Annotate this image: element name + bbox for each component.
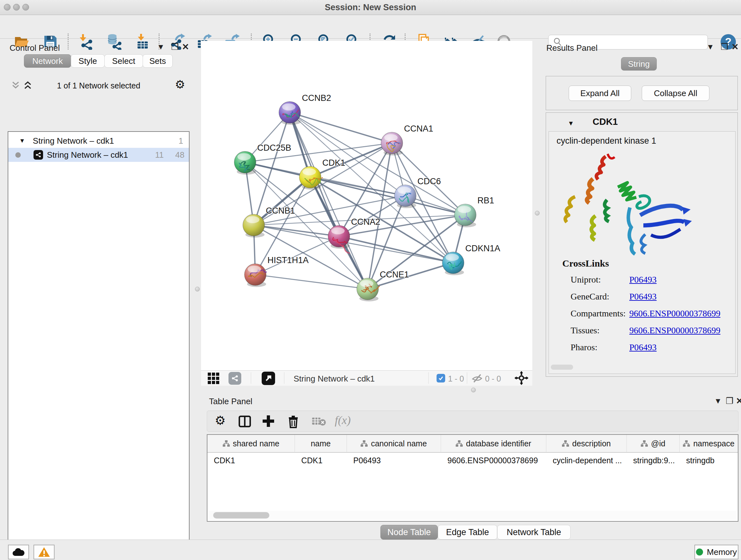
crosslink-tissues-link[interactable]: 9606.ENSP00000378699 (629, 325, 720, 335)
tab-edge-table[interactable]: Edge Table (438, 525, 497, 540)
network-edge[interactable] (254, 177, 310, 225)
network-row-selected[interactable]: String Network – cdk1 11 48 (8, 148, 189, 162)
column-header[interactable]: shared name (207, 435, 295, 453)
column-header[interactable]: database identifier (441, 435, 546, 453)
table-panel-menu-arrow[interactable]: ▼ (714, 396, 722, 406)
network-node-label: CDC25B (257, 143, 291, 152)
network-node-CCNB2[interactable]: CCNB2 (279, 93, 331, 125)
right-splitter-handle[interactable] (535, 211, 540, 215)
table-hscrollbar-thumb[interactable] (213, 512, 269, 518)
crosslink-genecard-link[interactable]: P06493 (629, 292, 657, 302)
selected-counts: 1 - 0 (448, 374, 464, 383)
tab-string[interactable]: String (621, 57, 657, 71)
delete-column-trash-icon[interactable] (287, 414, 300, 428)
footer-separator (251, 372, 251, 384)
column-header[interactable]: namespace (680, 435, 738, 453)
table-cell[interactable]: cyclin-dependent ... (546, 453, 627, 468)
table-toolbar: ⚙ f(x) (207, 411, 738, 432)
table-settings-gear-icon[interactable]: ⚙ (215, 414, 226, 428)
table-panel-float-button[interactable]: ❐ (726, 396, 733, 406)
add-column-icon[interactable] (262, 415, 275, 428)
bottom-splitter-handle[interactable] (471, 388, 476, 392)
control-panel-float-button[interactable]: ❐ (171, 42, 179, 52)
table-cell[interactable]: CDK1 (207, 453, 295, 468)
column-type-icon (456, 440, 463, 447)
cdk1-section: ▼ CDK1 cyclin-dependent kinase 1 (546, 112, 738, 377)
grid-view-icon[interactable] (207, 372, 219, 384)
tab-select[interactable]: Select (105, 54, 143, 68)
control-panel-menu-arrow[interactable]: ▼ (157, 43, 165, 51)
network-node-HIST1H1A[interactable]: HIST1H1A (245, 255, 309, 287)
column-header[interactable]: canonical name (347, 435, 441, 453)
network-selection-status: 1 of 1 Network selected (8, 81, 190, 90)
table-cell[interactable]: P06493 (347, 453, 441, 468)
show-columns-icon[interactable] (239, 415, 251, 428)
results-panel-close-button[interactable]: ✕ (731, 42, 739, 52)
tab-network-table[interactable]: Network Table (497, 525, 570, 540)
network-share-view-icon[interactable] (228, 372, 241, 385)
network-node-CDKN1A[interactable]: CDKN1A (442, 244, 500, 275)
network-graph[interactable]: CCNB2CCNA1CDC25BCDK1CDC6RB1CCNB1CCNA2CDK… (203, 42, 532, 370)
memory-label: Memory (707, 547, 737, 557)
network-edge[interactable] (290, 112, 392, 143)
memory-button[interactable]: Memory (694, 545, 738, 559)
network-node-CCNE1[interactable]: CCNE1 (357, 270, 409, 301)
title-bar: Session: New Session (0, 0, 741, 15)
footer-separator (467, 372, 467, 384)
collection-collapse-arrow[interactable]: ▼ (19, 137, 25, 144)
collapse-all-button[interactable]: Collapse All (642, 85, 710, 101)
selected-checkbox-icon[interactable] (436, 374, 445, 382)
table-cell[interactable]: CDK1 (295, 453, 347, 468)
column-type-icon (360, 440, 367, 447)
control-panel-close-button[interactable]: ✕ (182, 42, 189, 52)
results-panel-float-button[interactable]: ❐ (721, 42, 728, 52)
column-header[interactable]: name (295, 435, 347, 453)
results-panel-menu-arrow[interactable]: ▼ (706, 43, 714, 51)
network-collection-row[interactable]: ▼ String Network – cdk1 1 (8, 134, 189, 148)
network-node-label: CDKN1A (465, 244, 500, 253)
table-panel-close-button[interactable]: ✕ (736, 396, 741, 406)
node-table: shared name name canonical name database… (207, 434, 738, 522)
results-hscrollbar-thumb[interactable] (551, 365, 573, 370)
tab-node-table[interactable]: Node Table (381, 525, 438, 540)
network-node-label: CCNE1 (380, 270, 409, 279)
crosslink-uniprot-link[interactable]: P06493 (629, 274, 657, 285)
collection-count: 1 (179, 136, 183, 146)
network-node-label: CCNA1 (404, 124, 433, 133)
control-panel: Control Panel ▼ ❐ ✕ Network Style Select… (0, 39, 198, 540)
memory-status-dot (696, 549, 703, 556)
cloud-status-button[interactable] (8, 545, 29, 559)
birds-eye-view-icon[interactable] (262, 372, 275, 385)
crosslink-label: Tissues: (570, 325, 600, 335)
crosslink-label: Uniprot: (570, 274, 601, 285)
tab-network[interactable]: Network (24, 54, 71, 68)
network-node-CCNA1[interactable]: CCNA1 (381, 124, 433, 155)
network-node-RB1[interactable]: RB1 (455, 196, 494, 227)
table-cell[interactable]: 9606.ENSP00000378699 (441, 453, 546, 468)
main-toolbar: ? (0, 15, 741, 39)
fit-selected-crosshair-icon[interactable] (515, 371, 529, 385)
section-collapse-arrow[interactable]: ▼ (568, 120, 574, 127)
network-node-label: CDC6 (417, 177, 441, 186)
table-hscrollbar[interactable] (209, 511, 737, 520)
network-edge[interactable] (255, 274, 367, 289)
network-status-dot (15, 152, 21, 158)
hidden-eye-icon[interactable] (471, 373, 483, 384)
network-edge[interactable] (290, 112, 465, 215)
tab-sets[interactable]: Sets (143, 54, 173, 68)
column-header[interactable]: @id (627, 435, 680, 453)
crosslink-pharos-link[interactable]: P06493 (629, 342, 657, 353)
crosslink-label: Pharos: (570, 342, 597, 353)
table-cell[interactable]: stringdb (680, 453, 738, 468)
network-edge-count: 48 (175, 150, 185, 160)
crosslink-compartments-link[interactable]: 9606.ENSP00000378699 (629, 308, 720, 319)
tab-style[interactable]: Style (71, 54, 105, 68)
left-splitter-handle[interactable] (195, 287, 200, 292)
network-label: String Network – cdk1 (47, 150, 128, 160)
network-options-gear-icon[interactable]: ⚙ (175, 78, 185, 91)
expand-all-button[interactable]: Expand All (569, 85, 631, 101)
network-edge[interactable] (339, 236, 453, 263)
column-header[interactable]: description (546, 435, 627, 453)
warning-status-button[interactable] (33, 545, 55, 559)
table-cell[interactable]: stringdb:9... (627, 453, 680, 468)
